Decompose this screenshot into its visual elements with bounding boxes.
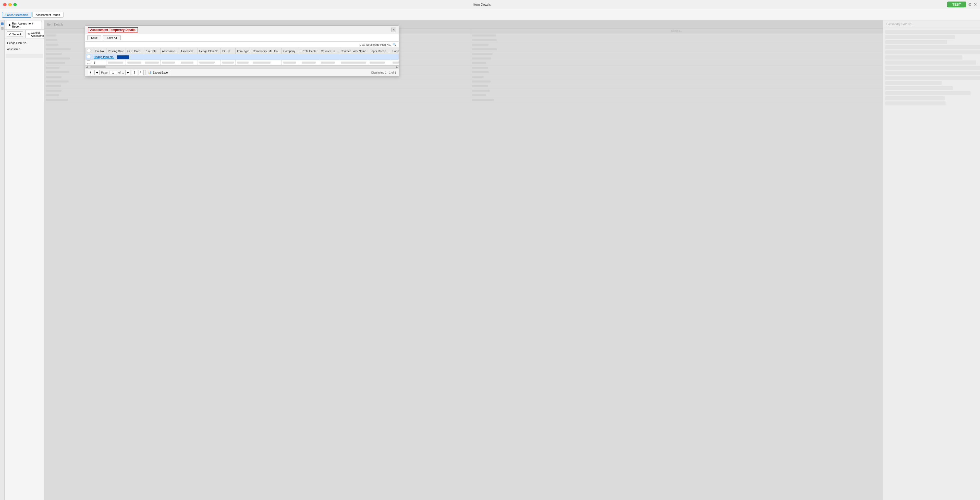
page-input[interactable] bbox=[109, 71, 117, 74]
bg-table-row bbox=[45, 98, 883, 102]
th-company: Company ... bbox=[282, 48, 300, 54]
bg-cell-placeholder bbox=[472, 99, 494, 101]
maximize-window-btn[interactable] bbox=[13, 3, 17, 6]
prev-page-btn[interactable]: ◀ bbox=[94, 70, 100, 75]
hedge-plan-link[interactable]: Hedge Plan No. bbox=[94, 56, 115, 59]
modal-search-bar: Deal No./Hedge Plan No. 🔍 bbox=[85, 42, 399, 48]
bg-cell-placeholder bbox=[46, 80, 68, 83]
search-icon[interactable]: 🔍 bbox=[393, 43, 396, 46]
cell-book bbox=[221, 60, 235, 65]
bg-cell-placeholder bbox=[46, 58, 70, 59]
bg-cell-placeholder bbox=[46, 85, 61, 87]
modal-close-btn[interactable]: × bbox=[391, 27, 396, 32]
bg-cell-placeholder bbox=[472, 85, 488, 87]
company-placeholder bbox=[283, 62, 296, 64]
page-of: of bbox=[118, 71, 121, 74]
cell-paper-recap bbox=[368, 60, 391, 65]
counter-pa-placeholder bbox=[321, 62, 335, 64]
th-paper-c: Paper C... bbox=[391, 48, 399, 54]
page-total: 1 bbox=[122, 71, 124, 74]
bg-cell-placeholder bbox=[46, 35, 56, 37]
cell-counter-pa bbox=[319, 60, 339, 65]
th-assessme1: Assessme... bbox=[160, 48, 179, 54]
right-panel-header: Commodity SAP Co... bbox=[883, 21, 980, 28]
sidebar-item-assessment[interactable]: Assessme... bbox=[5, 46, 44, 52]
bg-col-company: Compc... bbox=[470, 29, 883, 34]
th-cob-date: COB Date bbox=[126, 48, 143, 54]
paper-c-placeholder bbox=[393, 62, 399, 64]
cell-item-type bbox=[235, 60, 251, 65]
sidebar-item-hedge-plan[interactable]: Hedge Plan No. bbox=[5, 40, 44, 46]
right-panel-row bbox=[885, 96, 945, 101]
page-label: Page bbox=[101, 71, 108, 74]
scrollbar-thumb[interactable] bbox=[90, 66, 106, 68]
select-all-checkbox[interactable] bbox=[87, 49, 90, 52]
row-checkbox[interactable] bbox=[87, 61, 90, 64]
bg-cell-placeholder bbox=[472, 44, 488, 46]
th-profit-center: Profit Center bbox=[300, 48, 319, 54]
bg-cell-placeholder bbox=[46, 67, 59, 69]
app-title: Item Details bbox=[473, 3, 491, 6]
bg-panel: Item Details Commodity SAP Co... Compc..… bbox=[44, 21, 883, 500]
sidebar-dot-2[interactable] bbox=[1, 27, 3, 30]
test-button[interactable]: TEST bbox=[947, 2, 966, 7]
right-panel-row bbox=[885, 50, 980, 54]
group-label-cell: Hedge Plan No. ██████ bbox=[92, 54, 399, 60]
cell-company bbox=[282, 60, 300, 65]
sidebar-dot-1[interactable] bbox=[1, 22, 3, 25]
last-page-btn[interactable]: ⟫ bbox=[132, 70, 137, 75]
counter-party-name-placeholder bbox=[341, 62, 366, 64]
top-bar: Item Details TEST ⚙ ✕ bbox=[0, 0, 980, 9]
run-report-btn[interactable]: ▶ Run Assessment Report bbox=[6, 21, 42, 29]
bg-cell-placeholder bbox=[472, 76, 484, 78]
th-counter-party-name: Counter Party Name bbox=[339, 48, 368, 54]
tab-paper-assessment[interactable]: Paper Assessmen bbox=[2, 12, 32, 18]
next-page-btn[interactable]: ▶ bbox=[125, 70, 130, 75]
save-all-btn[interactable]: Save All bbox=[103, 35, 121, 40]
cell-assessme2 bbox=[179, 60, 197, 65]
scroll-left-btn[interactable]: ◀ bbox=[86, 65, 88, 69]
cob-date-placeholder bbox=[127, 62, 142, 64]
modal-title-bar: Assessment Temporary Details × bbox=[85, 26, 399, 34]
right-panel-row bbox=[885, 71, 980, 75]
modal-toolbar: Save Save All bbox=[85, 34, 399, 42]
right-panel-row bbox=[885, 101, 945, 105]
right-panel-row bbox=[885, 61, 976, 65]
th-run-date: Run Date bbox=[143, 48, 160, 54]
paper-recap-placeholder bbox=[369, 62, 385, 64]
bg-panel-title: Item Details bbox=[47, 23, 63, 26]
minimize-window-btn[interactable] bbox=[8, 3, 12, 6]
bg-cell-placeholder bbox=[46, 71, 69, 73]
run-date-placeholder bbox=[145, 62, 159, 64]
bg-cell-placeholder bbox=[472, 94, 486, 96]
settings-icon[interactable]: ⚙ bbox=[968, 2, 972, 7]
group-checkbox[interactable] bbox=[87, 55, 90, 58]
top-bar-right: TEST ⚙ ✕ bbox=[947, 2, 977, 7]
bg-cell-placeholder bbox=[472, 71, 489, 73]
submit-btn[interactable]: ✓ Submit bbox=[6, 31, 23, 37]
window-controls bbox=[3, 3, 17, 6]
refresh-btn[interactable]: ↻ bbox=[138, 70, 144, 75]
cancel-icon: ✕ bbox=[27, 32, 30, 36]
cell-cob-date bbox=[126, 60, 143, 65]
modal-h-scrollbar[interactable]: ◀ ▶ bbox=[85, 65, 399, 69]
right-panel-row bbox=[885, 56, 963, 59]
bg-cell-placeholder bbox=[46, 99, 68, 101]
content-area: Item Details Commodity SAP Co... Compc..… bbox=[44, 21, 883, 500]
export-excel-btn[interactable]: 📊 Export Excel bbox=[145, 70, 171, 75]
cell-run-date bbox=[143, 60, 160, 65]
close-icon[interactable]: ✕ bbox=[974, 2, 977, 7]
first-page-btn[interactable]: ⟪ bbox=[88, 70, 93, 75]
bg-cell-placeholder bbox=[472, 62, 486, 64]
close-window-btn[interactable] bbox=[3, 3, 6, 6]
right-panel-row bbox=[885, 45, 980, 49]
scroll-right-btn[interactable]: ▶ bbox=[396, 65, 398, 69]
bg-table-row bbox=[45, 80, 883, 84]
save-btn[interactable]: Save bbox=[87, 35, 101, 40]
tab-assessment-report[interactable]: Assessment Report bbox=[32, 12, 64, 18]
modal-table-container[interactable]: Deal No. Posting Date COB Date Run Date … bbox=[85, 48, 399, 65]
bg-cell-placeholder bbox=[472, 53, 493, 55]
sidebar-rows bbox=[5, 53, 44, 60]
table-group-row: Hedge Plan No. ██████ bbox=[86, 54, 399, 60]
bg-table-row bbox=[45, 89, 883, 93]
